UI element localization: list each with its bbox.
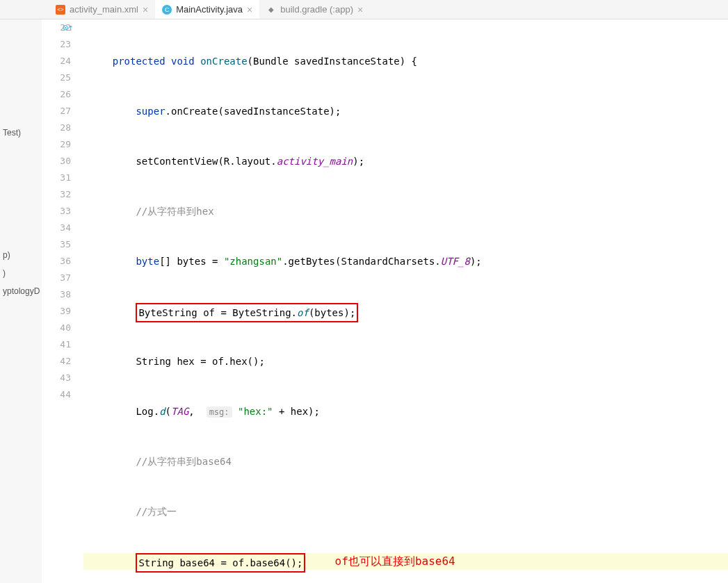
line-number: 24 (42, 53, 71, 69)
code-line[interactable]: byte[] bytes = "zhangsan".getBytes(Stand… (83, 253, 728, 270)
code-line[interactable]: setContentView(R.layout.activity_main); (83, 153, 728, 170)
code-line[interactable]: String base64 = of.base64(); of也可以直接到bas… (83, 553, 728, 570)
line-number: 41 (42, 336, 71, 353)
line-number: 39 (42, 303, 71, 320)
line-number: 44 (42, 386, 71, 403)
panel-item[interactable]: ) (0, 264, 42, 282)
gradle-file-icon: ◆ (266, 5, 276, 15)
xml-file-icon: <> (56, 5, 65, 15)
line-number: 38 (42, 286, 71, 303)
line-number: 23 (42, 36, 71, 53)
annotation-text: of也可以直接到base64 (335, 553, 455, 570)
editor-area: Test) p) ) yptologyD 22⊙↑ 23 24 25 26 27… (0, 19, 728, 583)
project-panel[interactable]: Test) p) ) yptologyD (0, 19, 42, 583)
panel-item[interactable]: yptologyD (0, 282, 42, 300)
line-number: 36 (42, 253, 71, 270)
code-line[interactable]: super.onCreate(savedInstanceState); (83, 103, 728, 120)
line-number: 29 (42, 136, 71, 153)
line-number: 22⊙↑ (42, 19, 71, 36)
panel-item[interactable]: Test) (0, 124, 42, 142)
line-number: 30 (42, 153, 71, 170)
line-number: 31 (42, 170, 71, 186)
code-editor[interactable]: protected void onCreate(Bundle savedInst… (83, 19, 728, 583)
java-file-icon: C (162, 5, 172, 15)
close-icon[interactable]: × (247, 4, 252, 15)
code-line[interactable]: //从字符串到base64 (83, 453, 728, 470)
close-icon[interactable]: × (357, 4, 363, 15)
line-number: 26 (42, 86, 71, 103)
code-line[interactable]: //从字符串到hex (83, 203, 728, 220)
editor-tabs: <> activity_main.xml × C MainActivity.ja… (0, 0, 728, 19)
line-number: 35 (42, 236, 71, 253)
code-line[interactable]: ByteString of = ByteString.of(bytes); (83, 303, 728, 320)
tab-main-activity[interactable]: C MainActivity.java × (155, 0, 259, 19)
line-number: 40 (42, 320, 71, 336)
code-line[interactable]: Log.d(TAG, msg: "hex:" + hex); (83, 403, 728, 420)
line-gutter: 22⊙↑ 23 24 25 26 27 28 29 30 31 32 33 34… (42, 19, 83, 583)
panel-item[interactable]: p) (0, 246, 42, 264)
line-number: 43 (42, 370, 71, 386)
tab-build-gradle[interactable]: ◆ build.gradle (:app) × (259, 0, 370, 19)
line-number: 37 (42, 270, 71, 286)
override-icon[interactable]: ⊙↑ (61, 19, 75, 36)
line-number: 34 (42, 220, 71, 236)
close-icon[interactable]: × (143, 4, 148, 15)
line-number: 27 (42, 103, 71, 120)
tab-label: build.gradle (:app) (280, 4, 353, 15)
tab-label: MainActivity.java (176, 4, 243, 15)
line-number: 28 (42, 120, 71, 136)
line-number: 42 (42, 353, 71, 370)
line-number: 25 (42, 69, 71, 86)
line-number: 32 (42, 186, 71, 203)
tab-activity-main[interactable]: <> activity_main.xml × (49, 0, 155, 19)
code-line[interactable]: String hex = of.hex(); (83, 353, 728, 370)
code-line[interactable]: protected void onCreate(Bundle savedInst… (83, 53, 728, 69)
code-line[interactable]: //方式一 (83, 503, 728, 520)
tab-label: activity_main.xml (70, 4, 138, 15)
line-number: 33 (42, 203, 71, 220)
